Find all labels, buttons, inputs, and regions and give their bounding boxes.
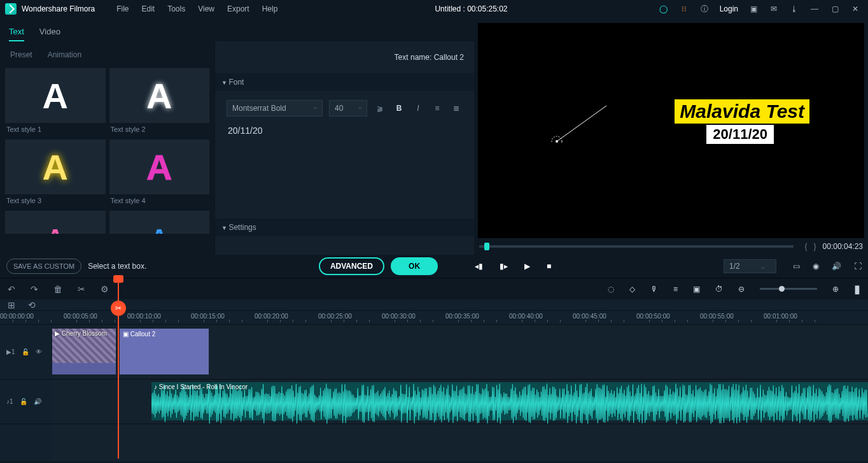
section-settings[interactable]: Settings (215, 218, 474, 236)
playhead-cut-icon[interactable]: ✂ (111, 301, 126, 316)
ok-button[interactable]: OK (391, 257, 438, 275)
text-style-3[interactable]: AText style 3 (5, 139, 106, 207)
tab-text[interactable]: Text (9, 23, 24, 41)
zoom-select[interactable]: 1/2 ⌵ (724, 259, 776, 273)
menu-view[interactable]: View (192, 4, 221, 13)
mute-icon[interactable]: 🔊 (34, 398, 41, 405)
font-size-input[interactable]: 40⌵ (329, 100, 367, 117)
crop-icon[interactable]: ▣ (693, 285, 700, 294)
zoom-out-icon[interactable]: ⊖ (738, 285, 745, 294)
save-icon[interactable]: ▣ (748, 4, 759, 14)
video-clip[interactable]: ▶ Cherry Blossom (52, 329, 116, 374)
volume-icon[interactable]: 🔊 (832, 262, 841, 271)
video-track-head[interactable]: ▶1 🔓 👁 (0, 325, 52, 379)
add-track-icon[interactable]: ⊞ (8, 300, 15, 310)
zoom-in-icon[interactable]: ⊕ (832, 285, 839, 294)
stop-button[interactable]: ■ (547, 262, 551, 271)
voiceover-icon[interactable]: 🎙 (650, 285, 658, 294)
text-style-4[interactable]: AText style 4 (109, 139, 210, 207)
menu-edit[interactable]: Edit (136, 4, 162, 13)
spacing-icon[interactable]: ⫺ (374, 104, 386, 113)
sub-tab-preset[interactable]: Preset (10, 50, 32, 59)
maximize-icon[interactable]: ▢ (830, 4, 840, 14)
app-title: Wondershare Filmora (22, 4, 95, 13)
fullscreen-icon[interactable]: ⛶ (854, 262, 862, 271)
render-icon[interactable]: ◌ (608, 285, 614, 294)
title-bar: Wondershare Filmora File Edit Tools View… (0, 0, 868, 18)
timeline-ruler[interactable]: 00:00:00:0000:00:05:0000:00:10:0000:00:1… (0, 311, 868, 325)
sub-tab-animation[interactable]: Animation (48, 50, 81, 59)
text-style-2[interactable]: AText style 2 (109, 68, 210, 136)
playhead[interactable]: ✂ (118, 276, 119, 459)
text-clip[interactable]: ▣ Callout 2 (120, 329, 209, 374)
menu-file[interactable]: File (110, 4, 135, 13)
font-family-select[interactable]: Montserrat Bold⌵ (227, 100, 323, 117)
italic-button[interactable]: I (412, 104, 424, 113)
cart-icon[interactable]: ⁝⁝ (679, 4, 689, 14)
mail-icon[interactable]: ✉ (769, 4, 779, 14)
visibility-icon[interactable]: 👁 (36, 348, 42, 355)
ruler-tick: 00:00:10:00 (127, 313, 161, 320)
preview-viewport[interactable]: Malavida Test 20/11/20 (478, 23, 864, 238)
settings-icon[interactable]: ⚙ (101, 284, 109, 294)
cut-icon[interactable]: ✂ (78, 284, 85, 294)
ruler-tick: 00:00:40:00 (509, 313, 543, 320)
marker-icon[interactable]: ◇ (629, 285, 635, 294)
monitor-icon[interactable]: ▭ (793, 262, 800, 271)
close-icon[interactable]: ✕ (850, 4, 860, 14)
preview-title-text: Malavida Test (675, 99, 809, 124)
panel-tabs: Text Video (0, 18, 474, 41)
ruler-tick: 00:00:30:00 (382, 313, 416, 320)
advanced-button[interactable]: ADVANCED (319, 257, 384, 275)
mixer-icon[interactable]: ≡ (673, 285, 678, 294)
timeline-toolbar: ↶ ↷ 🗑 ✂ ⚙ ◌ ◇ 🎙 ≡ ▣ ⏱ ⊖ ⊕ ▮ (0, 278, 868, 299)
hint-text: Select a text box. (88, 262, 146, 271)
audio-track-1: ♪1 🔓 🔊 ♪ Since I Started - Roll In Vinoc… (0, 380, 868, 424)
mark-out-icon[interactable]: } (814, 242, 816, 251)
align-center-icon[interactable]: ≣ (450, 104, 463, 113)
zoom-slider[interactable] (760, 288, 817, 290)
text-style-1[interactable]: AText style 1 (5, 68, 106, 136)
ruler-tick: 00:00:00:00 (0, 313, 34, 320)
login-button[interactable]: Login (720, 4, 738, 13)
properties-panel: Text name: Callout 2 Font Montserrat Bol… (214, 41, 474, 255)
play-button[interactable]: ▶ (524, 262, 530, 271)
ruler-tick: 00:00:35:00 (445, 313, 479, 320)
text-style-5[interactable]: A (5, 211, 106, 234)
undo-icon[interactable]: ↶ (8, 284, 15, 294)
menu-tools[interactable]: Tools (161, 4, 192, 13)
text-style-6[interactable]: A (109, 211, 210, 234)
mark-in-icon[interactable]: { (805, 242, 808, 251)
align-left-icon[interactable]: ≡ (431, 104, 444, 113)
ruler-tick: 00:00:45:00 (573, 313, 606, 320)
audio-track-head[interactable]: ♪1 🔓 🔊 (0, 380, 52, 424)
video-track-1: ▶1 🔓 👁 ▶ Cherry Blossom ▣ Callout 2 (0, 325, 868, 380)
speed-icon[interactable]: ⏱ (715, 285, 723, 294)
bold-button[interactable]: B (393, 104, 405, 113)
link-icon[interactable]: ⟲ (28, 300, 36, 310)
download-icon[interactable]: ⭳ (789, 4, 799, 14)
audio-clip[interactable]: ♪ Since I Started - Roll In Vinocor (151, 382, 868, 420)
headset-icon[interactable]: ◯ (659, 4, 669, 14)
tab-video[interactable]: Video (39, 23, 60, 41)
section-font[interactable]: Font (215, 73, 474, 91)
callout-pointer (550, 104, 608, 143)
snapshot-icon[interactable]: ◉ (813, 262, 819, 271)
minimize-icon[interactable]: — (809, 4, 820, 14)
redo-icon[interactable]: ↷ (31, 284, 38, 294)
menu-export[interactable]: Export (221, 4, 256, 13)
prev-frame-button[interactable]: ◂▮ (475, 262, 483, 271)
delete-icon[interactable]: 🗑 (53, 284, 62, 294)
next-frame-button[interactable]: ▮▸ (500, 262, 508, 271)
timeline: ⊞ ⟲ 00:00:00:0000:00:05:0000:00:10:0000:… (0, 299, 868, 463)
svg-line-0 (557, 106, 606, 141)
info-icon[interactable]: ⓘ (699, 4, 710, 14)
lock-icon[interactable]: 🔓 (20, 398, 27, 405)
text-content-input[interactable]: 20/11/20 (227, 123, 463, 138)
lock-icon[interactable]: 🔓 (22, 348, 29, 355)
menu-help[interactable]: Help (256, 4, 284, 13)
ruler-tick: 00:00:20:00 (255, 313, 288, 320)
save-as-custom-button[interactable]: SAVE AS CUSTOM (6, 259, 81, 274)
timeline-toggle-icon[interactable]: ▮ (854, 282, 860, 296)
seek-bar[interactable] (479, 245, 794, 248)
